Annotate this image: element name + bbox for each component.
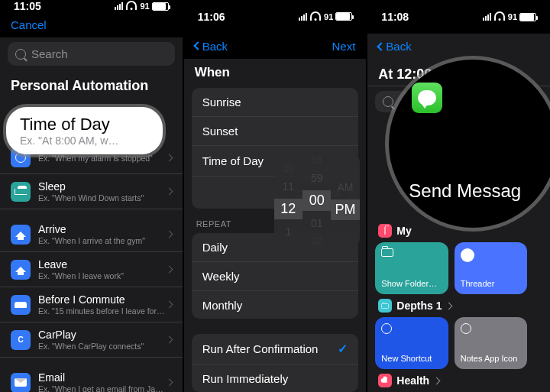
chevron-left-icon — [193, 41, 202, 50]
battery-icon — [152, 2, 169, 11]
tile-row-2: New Shortcut Notes App Icon — [375, 317, 542, 369]
cancel-button[interactable]: Cancel — [11, 18, 47, 31]
status-bar: 11:06 91 — [184, 0, 367, 34]
automation-trigger-list: Ex. "When my alarm is stopped" SleepEx. … — [0, 141, 183, 392]
when-header: When — [184, 59, 367, 88]
battery-percent: 91 — [140, 2, 149, 11]
next-button[interactable]: Next — [332, 40, 356, 53]
send-message-label: Send Messag — [409, 180, 521, 202]
tile-new-shortcut[interactable]: New Shortcut — [375, 317, 448, 369]
folder-icon — [385, 227, 386, 235]
row-sub: Ex. "When I leave work" — [38, 271, 167, 280]
phone-screen-2: 11:06 91 Back Next When Sunrise Sunset T… — [184, 0, 367, 392]
row-sub: Ex. "When Wind Down starts" — [38, 193, 167, 202]
row-title: CarPlay — [38, 329, 167, 341]
chevron-right-icon — [165, 301, 173, 309]
time-picker[interactable]: 10 11 12 1 58 59 00 01 02 AM PM — [274, 154, 360, 246]
search-placeholder: Search — [31, 47, 68, 60]
nav-bar: Back Next — [184, 34, 367, 59]
trigger-row-carplay[interactable]: C CarPlayEx. "When CarPlay connects" — [0, 322, 183, 358]
nav-bar: Back — [367, 34, 550, 59]
when-sunrise[interactable]: Sunrise — [192, 88, 359, 117]
section-health[interactable]: Health — [375, 369, 542, 392]
section-label: Health — [396, 374, 429, 387]
status-time: 11:06 — [198, 11, 225, 23]
run-after-confirmation[interactable]: Run After Confirmation ✓ — [192, 334, 359, 364]
chevron-right-icon — [165, 231, 173, 238]
back-button[interactable]: Back — [378, 40, 411, 53]
row-title: Leave — [38, 258, 167, 271]
status-bar: 11:08 91 — [367, 0, 550, 34]
callout-send-message: Send Messag — [389, 60, 550, 228]
back-button[interactable]: Back — [195, 40, 228, 53]
chevron-right-icon — [433, 377, 441, 384]
run-immediately[interactable]: Run Immediately — [192, 364, 359, 392]
tile-threader[interactable]: Threader — [455, 242, 527, 294]
callout-title: Time of Day — [20, 115, 149, 134]
row-sub: Ex. "When I get an email from Jane" — [38, 384, 167, 392]
check-icon: ✓ — [338, 342, 348, 356]
row-sub: Ex. "When I arrive at the gym" — [38, 236, 167, 245]
battery-percent: 91 — [324, 12, 333, 21]
heart-icon — [383, 378, 387, 382]
chevron-right-icon — [165, 336, 173, 344]
phone-screen-1: 11:05 91 Cancel Search Personal Automati… — [0, 0, 183, 392]
trigger-row-email[interactable]: EmailEx. "When I get an email from Jane" — [0, 365, 183, 392]
folder-icon — [381, 248, 393, 257]
section-label: Depths 1 — [396, 300, 442, 312]
status-time: 11:08 — [381, 11, 409, 23]
threader-icon — [461, 248, 474, 262]
row-title: Before I Commute — [38, 293, 167, 306]
battery-indicator: 91 — [324, 12, 352, 21]
phone-screen-3: 11:08 91 Back At 12:00 PM, daily My Show… — [367, 0, 550, 392]
row-title: Sleep — [38, 180, 167, 193]
status-bar: 11:05 91 — [0, 0, 183, 12]
wifi-icon — [126, 2, 137, 10]
search-input[interactable]: Search — [8, 42, 175, 66]
section-label: My — [396, 225, 411, 237]
battery-percent: 91 — [508, 12, 517, 21]
battery-indicator: 91 — [508, 12, 536, 21]
search-icon — [383, 96, 393, 107]
when-sunset[interactable]: Sunset — [192, 117, 359, 146]
nav-bar: Cancel — [0, 12, 183, 37]
signal-icon — [483, 13, 491, 21]
gear-icon — [381, 323, 392, 334]
bed-icon — [15, 189, 27, 195]
tile-notes-icon[interactable]: Notes App Icon — [455, 317, 527, 369]
picker-minutes[interactable]: 58 59 00 01 02 — [302, 155, 331, 246]
signal-icon — [299, 13, 307, 21]
chevron-right-icon — [165, 154, 173, 161]
row-title: Arrive — [38, 223, 167, 235]
chevron-left-icon — [377, 42, 386, 50]
battery-indicator: 91 — [140, 2, 168, 11]
repeat-monthly[interactable]: Monthly — [192, 291, 359, 319]
chevron-right-icon — [445, 302, 453, 309]
folder-icon — [382, 303, 390, 309]
trigger-row-arrive[interactable]: ArriveEx. "When I arrive at the gym" — [0, 217, 183, 252]
picker-ampm[interactable]: AM PM — [331, 181, 359, 220]
section-header: Personal Automation — [0, 70, 183, 96]
leave-icon — [15, 267, 26, 272]
trigger-row-commute[interactable]: Before I CommuteEx. "15 minutes before I… — [0, 287, 183, 322]
status-time: 11:05 — [14, 0, 41, 12]
trigger-row-sleep[interactable]: SleepEx. "When Wind Down starts" — [0, 174, 183, 209]
battery-icon — [335, 12, 352, 21]
row-title: Email — [38, 371, 167, 384]
tile-show-folder[interactable]: Show Folder… — [375, 242, 448, 294]
picker-hours[interactable]: 10 11 12 1 — [274, 164, 302, 238]
commute-icon — [15, 302, 27, 308]
run-options: Run After Confirmation ✓ Run Immediately — [192, 334, 359, 392]
arrive-icon — [15, 232, 26, 237]
wifi-icon — [310, 13, 321, 21]
chevron-right-icon — [165, 379, 173, 387]
callout-sub: Ex. "At 8:00 AM, w… — [20, 134, 149, 147]
battery-icon — [519, 13, 536, 21]
gear-icon — [461, 323, 471, 334]
repeat-weekly[interactable]: Weekly — [192, 262, 359, 291]
signal-icon — [115, 2, 123, 10]
section-depths[interactable]: Depths 1 — [375, 294, 542, 317]
search-icon — [15, 49, 26, 60]
row-sub: Ex. "When my alarm is stopped" — [38, 154, 167, 163]
trigger-row-leave[interactable]: LeaveEx. "When I leave work" — [0, 252, 183, 287]
